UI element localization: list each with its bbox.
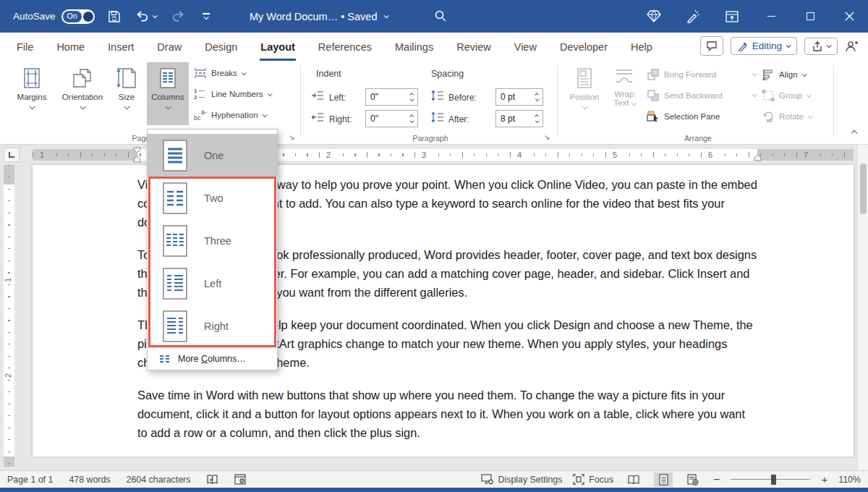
tab-review[interactable]: Review — [456, 33, 492, 61]
display-settings-label: Display Settings — [498, 475, 563, 485]
vertical-scrollbar[interactable] — [857, 145, 868, 470]
chevron-down-icon — [262, 112, 267, 117]
columns-option-three[interactable]: Three — [148, 219, 277, 262]
window-bottom-edge — [0, 488, 868, 492]
undo-button[interactable] — [134, 7, 158, 27]
tab-file[interactable]: File — [16, 33, 34, 61]
orientation-button[interactable]: Orientation — [56, 62, 109, 125]
spacing-after-field[interactable]: 8 pt — [495, 110, 543, 127]
bring-forward-chevron-icon[interactable] — [752, 71, 757, 76]
paragraph-dialog-launcher[interactable]: ↘ — [544, 134, 550, 141]
align-button[interactable]: Align — [762, 66, 806, 83]
columns-option-two[interactable]: Two — [148, 177, 277, 219]
wrap-text-button[interactable]: Wrap Text — [606, 62, 642, 125]
left-column-icon — [163, 268, 187, 300]
indent-right-stepper[interactable] — [406, 111, 417, 127]
paragraph[interactable]: Save time in Word with new buttons that … — [137, 386, 758, 442]
line-numbers-button[interactable]: 1 2 Line Numbers — [194, 85, 271, 103]
presence-people-button[interactable] — [845, 41, 859, 52]
maximize-button[interactable] — [801, 7, 819, 27]
zoom-out-button[interactable]: − — [713, 473, 720, 486]
premium-features-button[interactable] — [645, 7, 663, 27]
minimize-button[interactable] — [762, 7, 780, 27]
orientation-label: Orientation — [62, 93, 103, 101]
tab-stop-selector[interactable] — [4, 148, 20, 162]
comments-button[interactable] — [700, 36, 723, 56]
tab-draw[interactable]: Draw — [156, 33, 182, 61]
send-backward-chevron-icon[interactable] — [752, 92, 757, 97]
share-button[interactable] — [804, 38, 838, 55]
read-mode-button[interactable] — [624, 472, 643, 487]
tab-layout[interactable]: Layout — [260, 33, 296, 61]
scrollbar-thumb[interactable] — [860, 164, 867, 214]
search-button[interactable] — [434, 9, 447, 22]
editing-mode-button[interactable]: Editing — [731, 37, 797, 55]
bring-forward-label: Bring Forward — [664, 70, 716, 79]
size-button[interactable]: Size — [111, 62, 142, 125]
character-count[interactable]: 2604 characters — [127, 475, 191, 485]
autosave-toggle[interactable]: On — [61, 9, 95, 24]
breaks-button[interactable]: Breaks — [194, 64, 245, 82]
columns-option-left[interactable]: Left — [148, 262, 277, 305]
web-layout-icon — [687, 474, 699, 485]
proofing-status-button[interactable] — [206, 474, 218, 485]
hanging-indent-marker[interactable] — [133, 156, 141, 163]
zoom-slider-handle[interactable] — [771, 475, 776, 485]
zoom-in-button[interactable]: + — [821, 473, 827, 485]
customize-quick-access-toolbar-button[interactable] — [197, 7, 215, 27]
indent-left-field[interactable]: 0" — [365, 88, 418, 106]
spacing-before-stepper[interactable] — [531, 89, 542, 105]
web-layout-button[interactable] — [684, 472, 702, 487]
columns-button[interactable]: Columns — [147, 62, 189, 125]
tab-references[interactable]: References — [318, 33, 373, 61]
more-columns-menu-item[interactable]: More Columns… — [148, 347, 277, 370]
search-icon — [434, 9, 447, 22]
tab-mailings[interactable]: Mailings — [394, 33, 434, 61]
group-label: Group — [779, 91, 802, 100]
print-layout-button[interactable] — [654, 472, 673, 487]
selection-pane-button[interactable]: Selection Pane — [647, 108, 720, 125]
page-setup-dialog-launcher[interactable]: ↘ — [289, 134, 294, 141]
title-chevron-icon[interactable] — [384, 13, 389, 18]
first-line-indent-marker[interactable] — [133, 147, 141, 153]
tab-design[interactable]: Design — [204, 33, 238, 61]
rotate-button[interactable]: Rotate — [762, 108, 812, 125]
display-settings-button[interactable]: Display Settings — [481, 474, 563, 485]
save-button[interactable] — [106, 7, 123, 27]
hyphenation-button[interactable]: a- bc Hyphenation — [194, 106, 266, 124]
tab-home[interactable]: Home — [56, 33, 85, 61]
columns-option-right[interactable]: Right — [148, 305, 277, 347]
group-button[interactable]: Group — [762, 87, 810, 104]
word-count[interactable]: 478 words — [69, 475, 110, 485]
columns-option-one[interactable]: One — [148, 134, 277, 177]
bring-forward-button[interactable]: Bring Forward — [647, 66, 716, 83]
close-button[interactable] — [841, 7, 858, 27]
tab-view[interactable]: View — [514, 33, 537, 61]
spacing-after-stepper[interactable] — [531, 111, 542, 127]
position-button[interactable]: Position — [567, 62, 602, 125]
indent-right-field[interactable]: 0" — [365, 110, 418, 127]
ruler-number: 1 — [4, 276, 12, 284]
ink-pen-button[interactable] — [684, 7, 702, 27]
hyphenation-label: Hyphenation — [211, 111, 258, 119]
indent-left-stepper[interactable] — [406, 89, 417, 105]
send-backward-label: Send Backward — [664, 91, 723, 100]
page-indicator[interactable]: Page 1 of 1 — [7, 475, 53, 485]
zoom-level[interactable]: 110% — [838, 475, 861, 485]
send-backward-button[interactable]: Send Backward — [647, 87, 723, 104]
right-indent-marker[interactable] — [754, 154, 762, 161]
margins-button[interactable]: Margins — [10, 62, 54, 125]
indent-left-icon — [311, 90, 324, 101]
tab-developer[interactable]: Developer — [559, 33, 608, 61]
chevron-up-icon — [851, 130, 857, 136]
collapse-ribbon-button[interactable] — [852, 128, 856, 137]
ribbon-display-options-button[interactable] — [723, 7, 741, 27]
focus-mode-button[interactable]: Focus — [573, 474, 613, 485]
tab-insert[interactable]: Insert — [107, 33, 135, 61]
autosave-label: AutoSave — [13, 11, 56, 22]
zoom-slider[interactable] — [731, 475, 810, 485]
redo-button[interactable] — [169, 7, 187, 27]
tab-help[interactable]: Help — [630, 33, 653, 61]
macro-recording-button[interactable] — [234, 474, 246, 485]
spacing-before-field[interactable]: 0 pt — [495, 88, 543, 106]
